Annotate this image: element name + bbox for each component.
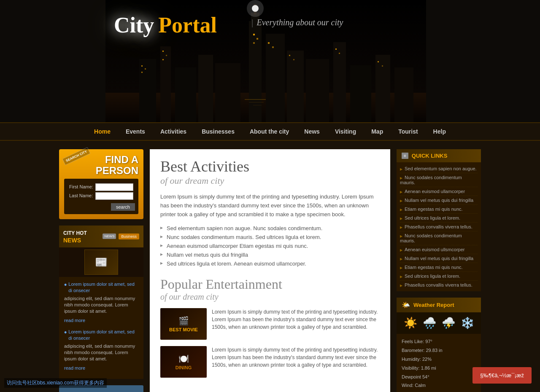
ent-desc-0: Lorem Ipsum is simply dummy text of the … <box>212 308 380 340</box>
float-button[interactable]: §‰¶€â‚¬½æ¯¡æž <box>472 367 532 384</box>
ql-item-10[interactable]: ▶Etiam egestas mi quis nunc. <box>400 263 478 272</box>
ql-arrow-12: ▶ <box>400 284 402 287</box>
activities-title: Best Activities <box>160 158 380 175</box>
last-name-input[interactable] <box>95 192 133 200</box>
ql-item-4[interactable]: ▶Etiam egestas mi quis nunc. <box>400 205 478 214</box>
news-title-link-2[interactable]: Lorem ipsum dolor sit amet, sed di onsec… <box>68 329 138 342</box>
svg-rect-7 <box>215 63 240 122</box>
hot-news-white: CITY HOT <box>63 230 87 236</box>
svg-rect-20 <box>141 65 143 67</box>
ql-arrow-1: ▶ <box>400 176 402 180</box>
ql-item-8[interactable]: ▶Aenean euismod ullsmcorper <box>400 245 478 254</box>
search-button-wrap: search <box>68 203 135 211</box>
nav-link-news[interactable]: News <box>297 123 327 140</box>
svg-rect-23 <box>162 51 164 52</box>
ql-item-1[interactable]: ▶Nunc sodales condimentum mauris. <box>400 173 478 187</box>
nav-item-visiting[interactable]: Visiting <box>327 123 364 140</box>
movie-icon: 🎬 <box>178 316 189 326</box>
ent-desc-1: Lorem Ipsum is simply dummy text of the … <box>212 346 380 378</box>
first-name-label: First Name: <box>68 183 94 191</box>
ql-arrow-2: ▶ <box>400 190 402 194</box>
hot-news-box: CITY HOT NEWS NEWS Business 📰 • Lorem ip… <box>59 226 143 379</box>
read-more-2[interactable]: read more <box>64 365 85 371</box>
svg-rect-16 <box>333 42 346 122</box>
news-title-link-1[interactable]: Lorem ipsum dolor sit amet, sed di onsec… <box>68 281 138 294</box>
visibility-label: Visibility: <box>402 365 420 371</box>
news-badge: NEWS <box>103 234 116 239</box>
search-button[interactable]: search <box>111 203 135 211</box>
weather-header: 🌤️ Weather Report <box>397 298 481 312</box>
last-name-label: Last Name: <box>68 192 94 200</box>
nav-link-activities[interactable]: Activities <box>153 123 194 140</box>
svg-rect-24 <box>166 55 167 56</box>
quick-links-box: ≡ QUICK LINKS ▶Sed elementum sapien non … <box>397 149 481 291</box>
nav-item-home[interactable]: Home <box>86 123 118 140</box>
svg-rect-6 <box>198 55 213 122</box>
ql-item-3[interactable]: ▶Nullam vel metus quis dui fringilla <box>400 196 478 205</box>
biz-badge: Business <box>119 234 139 239</box>
news-item-2: • Lorem ipsum dolor sit amet, sed di ons… <box>64 329 138 371</box>
weather-dewpoint-row: Dewpoint 54° <box>402 373 476 381</box>
bullet-item-2: ▶ Aenean euismod ullamcorper Etiam egest… <box>160 242 380 250</box>
logo-portal: Portal <box>158 13 217 37</box>
weather-visibility-row: Visibility: 1.86 mi <box>402 364 476 373</box>
nav-item-tourist[interactable]: Tourist <box>391 123 425 140</box>
nav-item-events[interactable]: Events <box>118 123 153 140</box>
logo-area: CityPortal <box>114 13 217 38</box>
ql-item-5[interactable]: ▶Sed ultrices ligula et lorem. <box>400 214 478 223</box>
hot-news-title-text: CITY HOT NEWS <box>63 229 87 244</box>
nav-item-about[interactable]: About the city <box>242 123 297 140</box>
sidebar-left: SEARCH CITY FIND A PERSON First Name: La… <box>59 149 143 392</box>
nav-item-businesses[interactable]: Businesses <box>194 123 242 140</box>
bullet-list: ▶ Sed elementum sapien non augue. Nunc s… <box>160 224 380 268</box>
nav-link-help[interactable]: Help <box>426 123 454 140</box>
first-name-input[interactable] <box>95 183 133 191</box>
ql-arrow-3: ▶ <box>400 199 402 203</box>
logo-city: City <box>114 13 154 37</box>
entertainment-subtitle: of our dream city <box>160 292 380 302</box>
ql-item-12[interactable]: ▶Phasellus convallis viverra tellus. <box>400 281 478 289</box>
weather-title: Weather Report <box>413 302 454 308</box>
nav-link-events[interactable]: Events <box>118 123 153 140</box>
read-more-1[interactable]: read more <box>64 318 85 323</box>
nav-item-activities[interactable]: Activities <box>153 123 194 140</box>
newspaper-icon: 📰 <box>95 256 108 268</box>
watermark: 访问虫号社区bbs.xieniao.com获得更多内容 <box>4 378 107 388</box>
nav-item-map[interactable]: Map <box>364 123 391 140</box>
nav-link-tourist[interactable]: Tourist <box>391 123 425 140</box>
nav-link-home[interactable]: Home <box>86 123 118 140</box>
svg-rect-33 <box>335 48 337 50</box>
nav-item-news[interactable]: News <box>297 123 327 140</box>
weather-icon-snow: ❄️ <box>461 317 474 330</box>
ql-item-7[interactable]: ▶Nunc sodales condimentum mauris. <box>400 231 478 245</box>
svg-rect-26 <box>253 34 255 35</box>
feels-like-label: Feels Like: <box>402 339 424 344</box>
nav-link-businesses[interactable]: Businesses <box>194 123 242 140</box>
ql-arrow-8: ▶ <box>400 248 402 252</box>
main-content: Best Activities of our dream city Lorem … <box>150 149 390 392</box>
ql-item-9[interactable]: ▶Nullam vel metus quis dui fringilla <box>400 254 478 263</box>
nav-link-visiting[interactable]: Visiting <box>327 123 364 140</box>
ql-arrow-6: ▶ <box>400 226 402 229</box>
header: CityPortal |Everything about our city <box>0 0 540 122</box>
ql-item-11[interactable]: ▶Sed ultrices ligula et lorem. <box>400 272 478 281</box>
news-body-1: adipiscing elit, sed diam nonummy nibh m… <box>64 295 138 315</box>
svg-rect-36 <box>382 65 383 67</box>
weather-icon-rainy: 🌧️ <box>423 317 436 330</box>
ql-item-2[interactable]: ▶Aenean euismod ullamcorper <box>400 187 478 196</box>
ql-item-6[interactable]: ▶Phasellus convallis viverra tellus. <box>400 223 478 231</box>
weather-feels-like-row: Feels Like: 97° <box>402 337 476 346</box>
bullet-item-3: ▶ Nullam vel metus quis dui fringilla <box>160 250 380 259</box>
barometer-value: 29.83 in <box>426 348 442 353</box>
sidebar-right: ≡ QUICK LINKS ▶Sed elementum sapien non … <box>397 149 481 392</box>
first-name-cell <box>95 183 134 191</box>
nav-item-help[interactable]: Help <box>426 123 454 140</box>
ql-item-0[interactable]: ▶Sed elementum sapien non augue. <box>400 164 478 173</box>
bullet-item-0: ▶ Sed elementum sapien non augue. Nunc s… <box>160 224 380 233</box>
wind-label: Wind: <box>402 383 413 388</box>
nav-link-about[interactable]: About the city <box>242 123 297 140</box>
hot-news-orange: NEWS <box>63 237 81 244</box>
ql-arrow-7: ▶ <box>400 234 402 238</box>
nav-link-map[interactable]: Map <box>364 123 391 140</box>
svg-rect-8 <box>249 21 262 122</box>
